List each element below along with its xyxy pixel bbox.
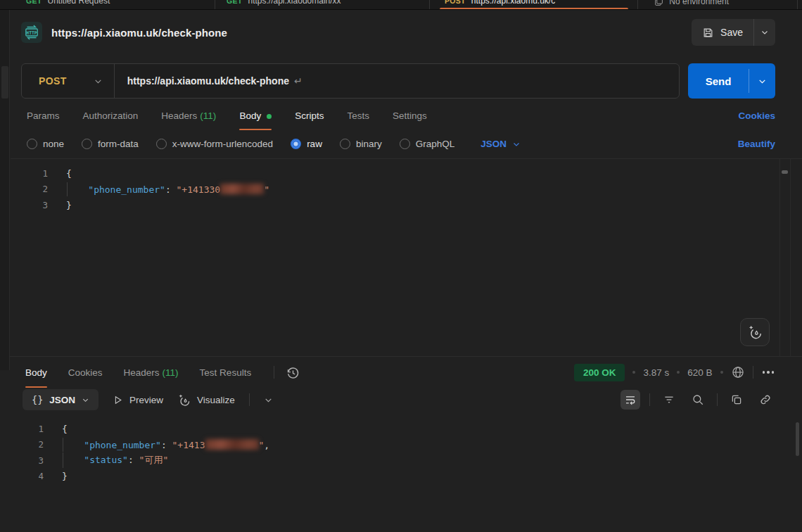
- response-tab-body[interactable]: Body: [25, 357, 47, 388]
- cookies-link[interactable]: Cookies: [738, 110, 775, 130]
- search-button[interactable]: [688, 390, 708, 410]
- beautify-link[interactable]: Beautify: [738, 139, 775, 149]
- link-button[interactable]: [756, 390, 775, 410]
- copy-button[interactable]: [727, 390, 746, 410]
- body-mode-x-www-form-urlencoded[interactable]: x-www-form-urlencoded: [156, 139, 273, 149]
- response-body-viewer[interactable]: 1{2 "phone_number": "+1413",3 "status": …: [0, 417, 802, 532]
- method-selector[interactable]: POST: [22, 64, 114, 98]
- tab-label: Headers: [124, 367, 160, 378]
- code-line[interactable]: 3 "status": "可用": [0, 452, 802, 469]
- token-punct: ,: [264, 440, 269, 450]
- tab-label: Authorization: [83, 110, 139, 121]
- radio-icon[interactable]: [340, 139, 350, 149]
- filter-button[interactable]: [659, 390, 679, 410]
- editor-scrollbar-track[interactable]: [779, 159, 791, 356]
- request-tab-headers[interactable]: Headers(11): [161, 110, 216, 130]
- radio-selected-icon[interactable]: [291, 139, 301, 149]
- indent-guide: [63, 452, 63, 468]
- radio-icon[interactable]: [27, 139, 37, 149]
- line-number: 4: [0, 471, 44, 481]
- tab-divider: [637, 0, 638, 10]
- editor-scrollbar-thumb[interactable]: [782, 170, 788, 174]
- request-tab-params[interactable]: Params: [27, 110, 60, 130]
- body-mode-form-data[interactable]: form-data: [82, 139, 139, 149]
- save-button[interactable]: Save: [692, 19, 753, 46]
- link-icon: [759, 393, 772, 406]
- more-options-button[interactable]: [761, 371, 776, 374]
- url-input[interactable]: https://api.xiaomu.uk/check-phone↵: [115, 75, 303, 87]
- status-badge[interactable]: 200 OK: [574, 364, 625, 381]
- code-line[interactable]: 2 "phone_number": "+1413",: [0, 437, 802, 453]
- code-line[interactable]: 4}: [0, 469, 802, 485]
- token-key: "phone_number": [88, 184, 165, 195]
- wrap-text-button[interactable]: [620, 390, 640, 410]
- redacted-value: [220, 184, 264, 194]
- response-time[interactable]: 3.87 s: [643, 367, 669, 378]
- tab-divider: [429, 0, 430, 10]
- request-tab-scripts[interactable]: Scripts: [295, 110, 324, 130]
- response-tab-cookies[interactable]: Cookies: [68, 357, 103, 388]
- code-text: }: [66, 200, 72, 210]
- workspace-tab-1[interactable]: GET Untitled Request: [26, 0, 110, 6]
- request-tab-settings[interactable]: Settings: [393, 110, 427, 130]
- send-label: Send: [706, 75, 732, 87]
- workspace-tab-2[interactable]: GET https://api.xiaodomain/xx: [227, 0, 341, 6]
- send-options-button[interactable]: [749, 63, 775, 99]
- line-number: 3: [11, 200, 48, 210]
- token-punct: :: [161, 440, 172, 450]
- postbot-button[interactable]: [740, 318, 770, 346]
- environment-selector[interactable]: No environment: [654, 0, 729, 6]
- http-request-icon: HTTP: [21, 22, 42, 43]
- code-line[interactable]: 1{: [11, 165, 802, 182]
- send-button[interactable]: Send: [688, 63, 749, 99]
- sidebar-strip-highlight: [1, 66, 8, 99]
- tab-method-badge: GET: [26, 0, 42, 5]
- globe-icon[interactable]: [731, 365, 745, 379]
- visualize-button[interactable]: Visualize: [177, 393, 235, 407]
- request-body-editor[interactable]: 1{2 "phone_number": "+141330"3}: [11, 158, 802, 356]
- tab-method-badge: GET: [227, 0, 243, 5]
- radio-icon[interactable]: [156, 139, 167, 149]
- radio-icon[interactable]: [82, 139, 92, 149]
- history-clock-icon[interactable]: [286, 365, 300, 380]
- code-line[interactable]: 3}: [11, 197, 802, 213]
- line-number: 3: [0, 455, 44, 466]
- preview-button[interactable]: Preview: [113, 395, 163, 405]
- body-mode-raw[interactable]: raw: [291, 139, 322, 149]
- request-tab-tests[interactable]: Tests: [347, 110, 369, 130]
- request-tab-authorization[interactable]: Authorization: [83, 110, 139, 130]
- body-mode-none[interactable]: none: [27, 139, 64, 149]
- mode-label: binary: [356, 139, 382, 149]
- save-options-button[interactable]: [754, 19, 775, 46]
- response-toolbar: {} JSON Preview Visualize: [0, 388, 802, 417]
- code-line[interactable]: 2 "phone_number": "+141330": [11, 182, 802, 198]
- workspace-tab-3-active[interactable]: POST https://api.xiaomu.uk/c: [445, 0, 555, 6]
- token-punct: }: [66, 200, 72, 210]
- dot-separator: [677, 371, 680, 374]
- save-label: Save: [720, 27, 743, 38]
- body-mode-binary[interactable]: binary: [340, 139, 382, 149]
- token-key: "status": [84, 455, 128, 465]
- line-number: 1: [0, 424, 44, 434]
- tab-label: Body: [239, 110, 261, 121]
- language-selector[interactable]: JSON: [480, 139, 521, 149]
- token-str: "可用": [139, 455, 169, 465]
- mode-label: raw: [307, 139, 322, 149]
- code-line[interactable]: 1{: [0, 421, 802, 437]
- token-key: "phone_number": [84, 440, 161, 450]
- token-punct: [66, 184, 88, 195]
- response-tab-headers[interactable]: Headers(11): [124, 357, 179, 388]
- response-size[interactable]: 620 B: [687, 367, 712, 378]
- response-tab-test-results[interactable]: Test Results: [200, 357, 252, 388]
- save-button-group: Save: [692, 19, 775, 46]
- response-scrollbar-thumb[interactable]: [796, 422, 799, 456]
- filter-icon: [663, 393, 675, 406]
- request-tab-body[interactable]: Body: [239, 110, 272, 130]
- view-options-chevron-icon[interactable]: [264, 395, 273, 405]
- code-text: {: [66, 168, 72, 179]
- response-format-selector[interactable]: {} JSON: [23, 389, 98, 410]
- body-mode-graphql[interactable]: GraphQL: [400, 139, 455, 149]
- radio-icon[interactable]: [400, 139, 410, 149]
- response-tabs: BodyCookiesHeaders(11)Test Results 200 O…: [0, 357, 802, 388]
- left-sidebar-strip[interactable]: [0, 10, 10, 370]
